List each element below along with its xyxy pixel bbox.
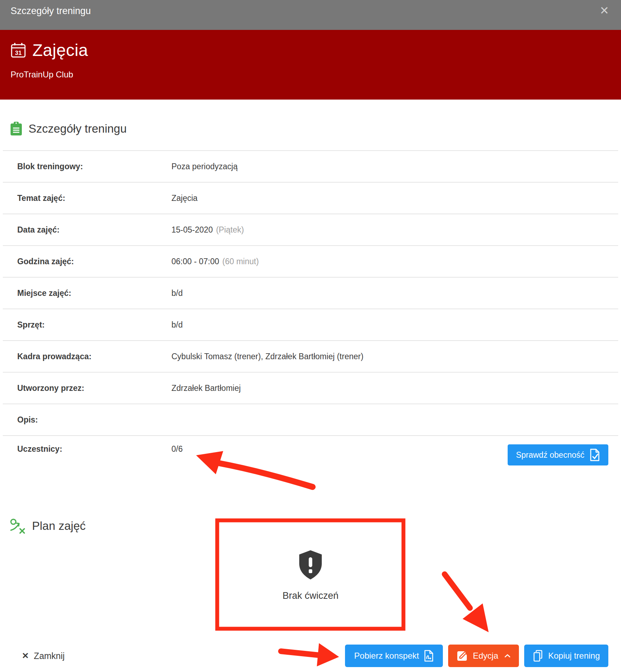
copy-pages-icon <box>533 650 543 662</box>
row-value-muted: (Piątek) <box>216 225 244 234</box>
edit-pencil-icon <box>457 650 468 661</box>
modal-title: Szczegóły treningu <box>11 6 91 17</box>
svg-text:31: 31 <box>15 50 22 56</box>
close-modal-button[interactable]: ✕ Zamknij <box>22 651 65 661</box>
tactics-icon <box>10 518 26 534</box>
table-row: Sprzęt:b/d <box>3 309 618 340</box>
copy-training-button[interactable]: Kopiuj trening <box>524 645 608 667</box>
row-value: Zdrzałek Bartłomiej <box>171 383 618 393</box>
pdf-file-icon <box>424 650 434 662</box>
event-title: Zajęcia <box>32 40 88 60</box>
row-label: Opis: <box>3 415 171 425</box>
table-row: Kadra prowadząca:Cybulski Tomasz (trener… <box>3 340 618 372</box>
calendar-icon: 31 <box>11 42 26 58</box>
chevron-up-icon <box>504 654 510 658</box>
close-modal-label: Zamknij <box>34 651 65 661</box>
row-value: b/d <box>171 289 618 298</box>
close-x-icon: ✕ <box>22 651 29 661</box>
table-row: Godzina zajęć:06:00 - 07:00(60 minut) <box>3 245 618 277</box>
row-label: Uczestnicy: <box>3 444 171 454</box>
row-label: Utworzony przez: <box>3 383 171 393</box>
details-table: Blok treningowy:Poza periodyzacjąTemat z… <box>3 150 618 499</box>
check-attendance-button[interactable]: Sprawdź obecność <box>508 444 608 465</box>
row-value: Poza periodyzacją <box>171 162 618 171</box>
details-heading-label: Szczegóły treningu <box>29 122 127 135</box>
clipboard-icon <box>10 121 23 136</box>
row-value: 0/6 <box>171 444 508 454</box>
row-label: Sprzęt: <box>3 320 171 330</box>
edit-label: Edycja <box>473 651 498 661</box>
shield-alert-icon <box>296 550 325 581</box>
row-label: Temat zajęć: <box>3 194 171 203</box>
table-row: Blok treningowy:Poza periodyzacją <box>3 150 618 182</box>
row-label: Godzina zajęć: <box>3 257 171 266</box>
row-value: b/d <box>171 320 618 330</box>
table-row: Opis: <box>3 404 618 435</box>
download-outline-label: Pobierz konspekt <box>354 651 419 661</box>
row-value: 15-05-2020(Piątek) <box>171 225 618 235</box>
download-outline-button[interactable]: Pobierz konspekt <box>345 645 443 667</box>
close-icon[interactable]: ✕ <box>600 6 609 15</box>
edit-button[interactable]: Edycja <box>448 645 519 667</box>
plan-heading-label: Plan zajęć <box>32 519 86 533</box>
row-value: Cybulski Tomasz (trener), Zdrzałek Bartł… <box>171 352 618 361</box>
row-value: 06:00 - 07:00(60 minut) <box>171 257 618 266</box>
check-attendance-label: Sprawdź obecność <box>516 450 584 460</box>
row-value: Zajęcia <box>171 194 618 203</box>
row-label: Miejsce zajęć: <box>3 289 171 298</box>
table-row: Temat zajęć:Zajęcia <box>3 182 618 214</box>
modal-header: Szczegóły treningu ✕ <box>0 0 621 30</box>
no-exercises-message: Brak ćwiczeń <box>282 590 338 601</box>
copy-training-label: Kopiuj trening <box>548 651 600 661</box>
row-label: Blok treningowy: <box>3 162 171 171</box>
table-row: Utworzony przez:Zdrzałek Bartłomiej <box>3 372 618 404</box>
row-label: Data zajęć: <box>3 225 171 235</box>
table-row: Uczestnicy:0/6 Sprawdź obecność <box>3 435 618 499</box>
no-exercises-box: Brak ćwiczeń <box>219 522 402 629</box>
event-banner: 31 Zajęcia ProTrainUp Club <box>0 30 621 100</box>
plan-section-heading: Plan zajęć <box>0 518 86 534</box>
club-name: ProTrainUp Club <box>11 70 610 80</box>
row-value-muted: (60 minut) <box>222 257 259 266</box>
details-section-heading: Szczegóły treningu <box>0 121 621 137</box>
doc-check-icon <box>589 449 600 461</box>
table-row: Data zajęć:15-05-2020(Piątek) <box>3 214 618 245</box>
training-details-modal: Szczegóły treningu ✕ 31 Zajęcia ProTrain… <box>0 0 621 672</box>
row-label: Kadra prowadząca: <box>3 352 171 361</box>
modal-footer: ✕ Zamknij Pobierz konspekt <box>0 645 621 667</box>
table-row: Miejsce zajęć:b/d <box>3 277 618 309</box>
